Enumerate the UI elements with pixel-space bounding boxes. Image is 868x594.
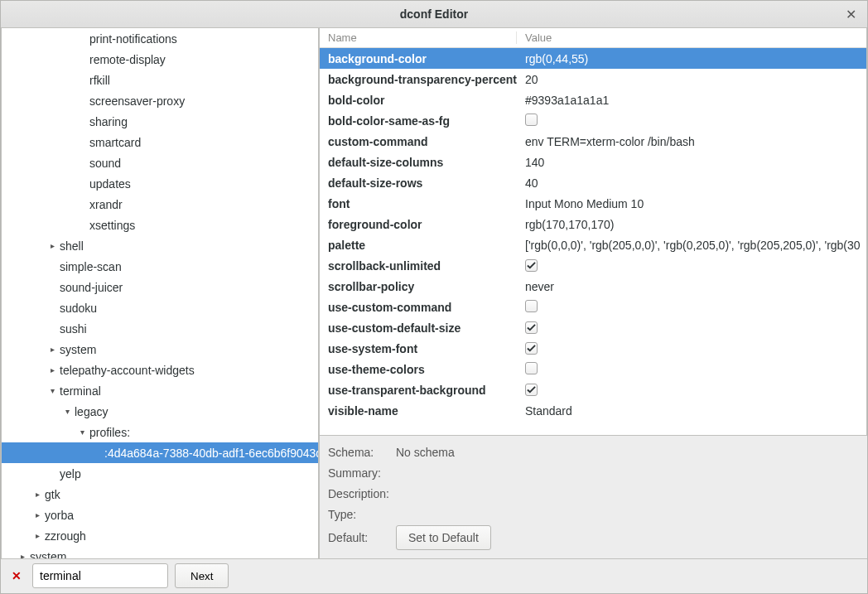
table-row[interactable]: palette['rgb(0,0,0)', 'rgb(205,0,0)', 'r…	[320, 234, 866, 255]
tree-label: smartcard	[88, 136, 141, 149]
chevron-right-icon[interactable]: ▸	[46, 345, 58, 354]
tree-label: legacy	[73, 405, 108, 418]
tree-row[interactable]: simple-scan	[2, 256, 318, 277]
key-value: 40	[517, 176, 538, 190]
chevron-right-icon[interactable]: ▸	[31, 510, 43, 519]
tree-row[interactable]: ▸zzrough	[2, 525, 318, 546]
checkbox[interactable]	[525, 362, 538, 374]
checkbox[interactable]	[525, 342, 538, 355]
chevron-down-icon[interactable]: ▾	[76, 427, 88, 437]
tree-row[interactable]: ▾terminal	[2, 380, 318, 401]
close-search-icon[interactable]: ✕	[7, 563, 26, 588]
table-row[interactable]: use-transparent-background	[320, 379, 866, 400]
chevron-down-icon[interactable]: ▾	[61, 407, 73, 416]
key-name: font	[320, 197, 517, 210]
table-row[interactable]: visible-nameStandard	[320, 400, 866, 421]
table-row[interactable]: default-size-rows40	[320, 172, 866, 193]
key-name: foreground-color	[320, 218, 517, 231]
tree-label: telepathy-account-widgets	[58, 364, 195, 377]
table-row[interactable]: foreground-colorrgb(170,170,170)	[320, 214, 866, 234]
search-input[interactable]	[32, 563, 168, 588]
tree-panel[interactable]: print-notificationsremote-displayrfkills…	[1, 28, 319, 558]
key-name: custom-command	[320, 135, 517, 148]
chevron-right-icon[interactable]: ▸	[17, 552, 28, 558]
tree-row[interactable]: screensaver-proxy	[2, 90, 318, 111]
tree-row[interactable]: sharing	[2, 111, 318, 132]
set-to-default-button[interactable]: Set to Default	[396, 525, 491, 550]
checkbox[interactable]	[525, 259, 538, 272]
tree-row[interactable]: ▸yorba	[2, 505, 318, 525]
table-row[interactable]: use-custom-default-size	[320, 317, 866, 338]
close-icon[interactable]: ✕	[842, 6, 859, 22]
table-row[interactable]: use-custom-command	[320, 297, 866, 317]
header-value[interactable]: Value	[517, 31, 552, 44]
checkbox[interactable]	[525, 384, 538, 396]
tree-label: gtk	[43, 488, 60, 501]
tree-row[interactable]: ▸system	[2, 339, 318, 360]
app-window: dconf Editor ✕ print-notificationsremote…	[0, 0, 868, 594]
table-row[interactable]: scrollbar-policynever	[320, 276, 866, 297]
tree-row[interactable]: yelp	[2, 463, 318, 484]
tree-row[interactable]: ▾profiles:	[2, 422, 318, 442]
key-value	[517, 113, 538, 128]
tree-row[interactable]: rfkill	[2, 70, 318, 90]
tree-row[interactable]: sudoku	[2, 297, 318, 318]
tree-row[interactable]: smartcard	[2, 132, 318, 152]
schema-value: No schema	[396, 446, 455, 459]
right-panel: Name Value background-colorrgb(0,44,55)b…	[319, 28, 867, 558]
chevron-down-icon[interactable]: ▾	[46, 386, 58, 395]
tree-label: :4d4a684a-7388-40db-adf1-6ec6b6f9043d	[103, 447, 319, 460]
key-value	[517, 300, 538, 315]
chevron-right-icon[interactable]: ▸	[46, 365, 58, 374]
tree-row[interactable]: updates	[2, 173, 318, 194]
checkbox[interactable]	[525, 113, 538, 126]
table-row[interactable]: background-transparency-percent20	[320, 69, 866, 89]
tree-row[interactable]: ▸system	[2, 546, 318, 558]
chevron-right-icon[interactable]: ▸	[31, 490, 43, 499]
tree-row[interactable]: xrandr	[2, 194, 318, 215]
titlebar[interactable]: dconf Editor ✕	[1, 1, 867, 28]
tree-row[interactable]: xsettings	[2, 215, 318, 235]
table-row[interactable]: scrollback-unlimited	[320, 255, 866, 276]
tree-row[interactable]: :4d4a684a-7388-40db-adf1-6ec6b6f9043d	[2, 442, 318, 463]
checkbox[interactable]	[525, 321, 538, 334]
tree-row[interactable]: ▸telepathy-account-widgets	[2, 360, 318, 380]
tree-row[interactable]: ▸gtk	[2, 484, 318, 505]
tree-row[interactable]: sound-juicer	[2, 277, 318, 297]
table-row[interactable]: fontInput Mono Medium 10	[320, 193, 866, 214]
schema-label: Schema:	[328, 446, 396, 459]
chevron-right-icon[interactable]: ▸	[31, 531, 43, 540]
key-name: visible-name	[320, 404, 517, 418]
table-row[interactable]: bold-color#9393a1a1a1a1	[320, 89, 866, 110]
key-name: scrollback-unlimited	[320, 259, 517, 273]
chevron-right-icon[interactable]: ▸	[46, 241, 58, 250]
tree-row[interactable]: remote-display	[2, 49, 318, 70]
key-name: bold-color	[320, 94, 517, 107]
table-row[interactable]: default-size-columns140	[320, 152, 866, 172]
tree-label: system	[28, 550, 66, 559]
checkbox[interactable]	[525, 300, 538, 312]
key-name: background-transparency-percent	[320, 73, 517, 86]
tree-row[interactable]: ▸shell	[2, 235, 318, 256]
next-button[interactable]: Next	[175, 563, 229, 588]
table-row[interactable]: custom-commandenv TERM=xterm-color /bin/…	[320, 131, 866, 152]
table-row[interactable]: background-colorrgb(0,44,55)	[320, 48, 866, 69]
tree-row[interactable]: sound	[2, 152, 318, 173]
tree-row[interactable]: ▾legacy	[2, 401, 318, 422]
tree-row[interactable]: print-notifications	[2, 28, 318, 49]
tree-label: sudoku	[58, 302, 97, 315]
table-row[interactable]: use-system-font	[320, 338, 866, 359]
table-row[interactable]: bold-color-same-as-fg	[320, 110, 866, 131]
body: print-notificationsremote-displayrfkills…	[1, 28, 867, 558]
key-value: 20	[517, 73, 538, 86]
table-row[interactable]: use-theme-colors	[320, 359, 866, 379]
header-name[interactable]: Name	[320, 31, 517, 44]
tree-row[interactable]: sushi	[2, 318, 318, 339]
key-name: palette	[320, 239, 517, 252]
table-rows[interactable]: background-colorrgb(0,44,55)background-t…	[320, 48, 866, 434]
detail-panel: Schema: No schema Summary: Description: …	[319, 436, 867, 558]
key-value: rgb(170,170,170)	[517, 218, 614, 231]
tree-label: zzrough	[43, 529, 86, 543]
tree-label: yorba	[43, 509, 74, 522]
key-name: default-size-columns	[320, 156, 517, 169]
